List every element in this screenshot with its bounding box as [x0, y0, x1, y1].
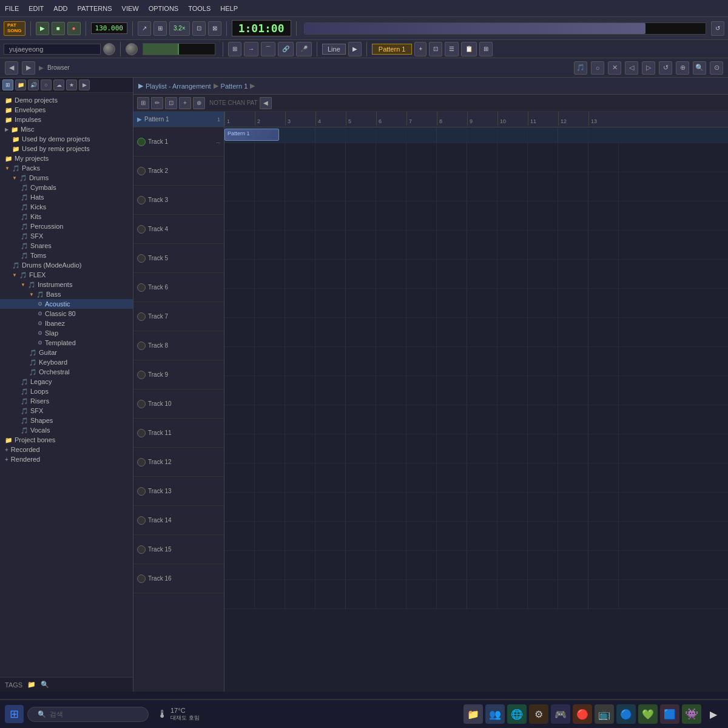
tree-item-my-projects[interactable]: 📁 My projects — [0, 153, 133, 163]
tree-item-sfx-2[interactable]: 🎵 SFX — [0, 406, 133, 416]
tree-item-legacy[interactable]: 🎵 Legacy — [0, 377, 133, 386]
grid-row-pattern[interactable]: Pattern 1 — [224, 127, 728, 143]
nav-icon-8[interactable]: 🔍 — [693, 61, 706, 75]
menu-patterns[interactable]: PATTERNS — [78, 5, 112, 12]
pattern-list[interactable]: ☰ — [445, 42, 459, 56]
grid-row-16[interactable] — [224, 580, 728, 609]
taskbar-icon-explorer[interactable]: 📁 — [463, 704, 483, 724]
line-btn[interactable]: ▶ — [348, 42, 362, 56]
tree-item-risers[interactable]: 🎵 Risers — [0, 396, 133, 406]
taskbar-icon-arrow[interactable]: ▶ — [704, 704, 723, 724]
grid-row-9[interactable] — [224, 376, 728, 405]
tree-item-bass[interactable]: ▼ 🎵 Bass — [0, 289, 133, 299]
tags-folder-icon[interactable]: 📁 — [27, 681, 36, 689]
tree-item-acoustic[interactable]: ⚙ Acoustic — [0, 299, 133, 309]
grid-row-5[interactable] — [224, 260, 728, 289]
tree-item-cymbals[interactable]: 🎵 Cymbals — [0, 183, 133, 192]
tree-item-rendered[interactable]: + Rendered — [0, 454, 133, 464]
tree-item-hats[interactable]: 🎵 Hats — [0, 192, 133, 202]
grid-row-3[interactable] — [224, 201, 728, 231]
taskbar-icon-app4[interactable]: 🔵 — [616, 704, 636, 724]
curve-btn[interactable]: ⌒ — [261, 42, 275, 56]
browser-icon-3[interactable]: 🔊 — [28, 79, 39, 90]
tool-btn-2[interactable]: ⊞ — [153, 21, 167, 36]
grid-row-10[interactable] — [224, 405, 728, 434]
track-mute-16[interactable] — [137, 575, 146, 583]
tree-item-keyboard[interactable]: 🎵 Keyboard — [0, 357, 133, 367]
pattern-label[interactable]: Pattern 1 — [372, 44, 413, 55]
tree-item-demo-projects[interactable]: 📁 Demo projects — [0, 95, 133, 105]
snap-btn[interactable]: ⊞ — [228, 42, 241, 56]
record-button[interactable]: ● — [67, 22, 81, 35]
grid-row-12[interactable] — [224, 463, 728, 493]
track-mute-13[interactable] — [137, 487, 146, 496]
nav-icon-6[interactable]: ↺ — [659, 61, 672, 75]
tool-btn-5[interactable]: ⊠ — [208, 21, 221, 36]
grid-row-13[interactable] — [224, 493, 728, 522]
mixer-btn[interactable]: ⊞ — [479, 42, 493, 56]
tree-item-orchestral[interactable]: 🎵 Orchestral — [0, 367, 133, 377]
grid-row-11[interactable] — [224, 434, 728, 463]
pl-btn-plus[interactable]: ⊕ — [193, 97, 205, 109]
menu-help[interactable]: HELP — [220, 5, 238, 12]
tree-item-slap[interactable]: ⚙ Slap — [0, 328, 133, 338]
nav-right[interactable]: ▶ — [22, 61, 35, 75]
tool-btn-3[interactable]: 3.2× — [169, 21, 190, 36]
menu-edit[interactable]: EDIT — [29, 5, 44, 12]
tree-item-packs[interactable]: ▼ 🎵 Packs — [0, 163, 133, 173]
track-mute-2[interactable] — [137, 167, 146, 175]
pattern-clone[interactable]: ⊡ — [429, 42, 442, 56]
pat-song-button[interactable]: PATSONG — [4, 21, 25, 36]
play-button[interactable]: ▶ — [36, 22, 49, 35]
taskbar-icon-app6[interactable]: 🟦 — [660, 704, 679, 724]
pl-btn-snap[interactable]: ⊡ — [165, 97, 177, 109]
track-mute-12[interactable] — [137, 458, 146, 467]
nav-icon-2[interactable]: ○ — [591, 61, 604, 75]
master-volume-knob[interactable] — [103, 43, 115, 55]
nav-icon-3[interactable]: ✕ — [608, 61, 621, 75]
tree-item-drums[interactable]: ▼ 🎵 Drums — [0, 173, 133, 183]
tree-item-recorded[interactable]: + Recorded — [0, 445, 133, 454]
taskbar-icon-creeper[interactable]: 👾 — [682, 704, 701, 724]
taskbar-icon-chrome[interactable]: ⚙ — [529, 704, 548, 724]
tree-item-shapes[interactable]: 🎵 Shapes — [0, 416, 133, 425]
tree-item-classic80[interactable]: ⚙ Classic 80 — [0, 309, 133, 318]
nav-icon-4[interactable]: ◁ — [625, 61, 638, 75]
tags-search-icon[interactable]: 🔍 — [41, 681, 49, 689]
nav-icon-7[interactable]: ⊕ — [676, 61, 689, 75]
track-mute-7[interactable] — [137, 312, 146, 321]
browser-icon-7[interactable]: ▶ — [79, 79, 90, 90]
tree-item-instruments[interactable]: ▼ 🎵 Instruments — [0, 280, 133, 289]
search-bar[interactable]: 🔍 검색 — [27, 707, 149, 722]
track-mute-6[interactable] — [137, 283, 146, 292]
tree-item-vocals[interactable]: 🎵 Vocals — [0, 425, 133, 435]
menu-file[interactable]: FILE — [5, 5, 19, 12]
taskbar-icon-app1[interactable]: 🎮 — [551, 704, 570, 724]
tree-item-kits[interactable]: 🎵 Kits — [0, 212, 133, 221]
tree-item-envelopes[interactable]: 📁 Envelopes — [0, 105, 133, 115]
arrow-btn[interactable]: → — [244, 42, 258, 56]
track-mute-3[interactable] — [137, 196, 146, 204]
tool-btn-4[interactable]: ⊡ — [192, 21, 206, 36]
tree-item-used-by-demo[interactable]: 📁 Used by demo projects — [0, 134, 133, 144]
nav-icon-5[interactable]: ▷ — [642, 61, 655, 75]
tree-item-kicks[interactable]: 🎵 Kicks — [0, 202, 133, 212]
browser-icon-5[interactable]: ☁ — [53, 79, 64, 90]
pattern-plus[interactable]: + — [414, 42, 426, 56]
track-mute-5[interactable] — [137, 254, 146, 263]
nav-left[interactable]: ◀ — [5, 61, 18, 75]
grid-row-4[interactable] — [224, 231, 728, 260]
track-mute-9[interactable] — [137, 371, 146, 379]
grid-row-8[interactable] — [224, 347, 728, 376]
username-field[interactable]: yujaeyeong — [4, 44, 101, 55]
tree-item-misc[interactable]: ▶ 📁 Misc — [0, 124, 133, 134]
tree-item-loops[interactable]: 🎵 Loops — [0, 386, 133, 396]
pl-btn-zoom-in[interactable]: + — [179, 97, 191, 109]
tree-item-toms[interactable]: 🎵 Toms — [0, 251, 133, 260]
mic-btn[interactable]: 🎤 — [296, 42, 312, 56]
grid-row-1[interactable] — [224, 143, 728, 172]
taskbar-icon-app5[interactable]: 💚 — [638, 704, 658, 724]
tree-item-sfx-1[interactable]: 🎵 SFX — [0, 231, 133, 241]
stop-button[interactable]: ■ — [52, 22, 65, 35]
menu-view[interactable]: VIEW — [122, 5, 139, 12]
